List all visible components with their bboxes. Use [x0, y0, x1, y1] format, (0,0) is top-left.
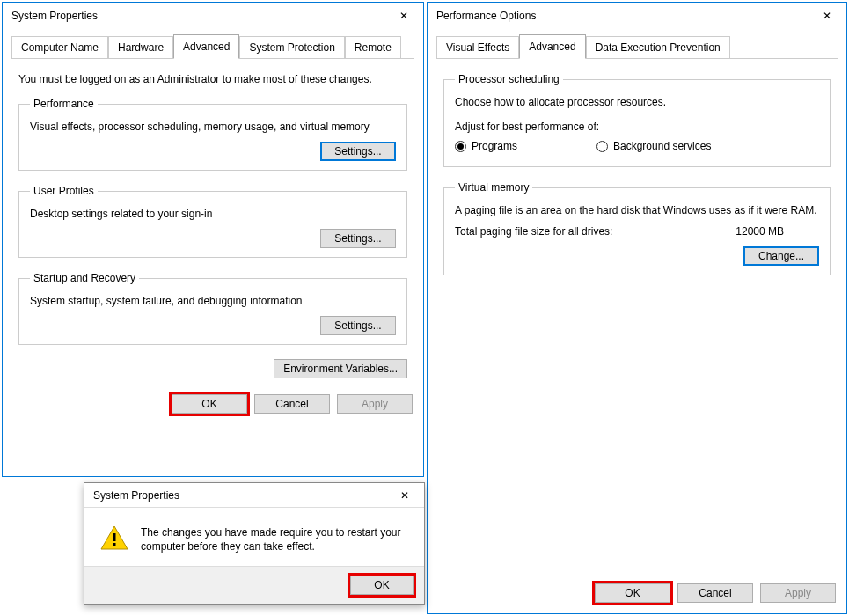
close-icon[interactable] [386, 4, 421, 28]
tab-hardware[interactable]: Hardware [108, 36, 173, 58]
processor-scheduling-desc: Choose how to allocate processor resourc… [455, 96, 819, 108]
user-profiles-legend: User Profiles [30, 185, 98, 197]
tab-perf-advanced[interactable]: Advanced [519, 34, 585, 59]
svg-rect-1 [113, 533, 116, 541]
tab-advanced[interactable]: Advanced [173, 34, 239, 59]
perfopts-footer: OK Cancel Apply [428, 576, 846, 613]
msgbox-title: System Properties [93, 489, 387, 502]
virtual-memory-group: Virtual memory A paging file is an area … [443, 181, 831, 275]
startup-recovery-desc: System startup, system failure, and debu… [30, 295, 396, 307]
processor-scheduling-group: Processor scheduling Choose how to alloc… [443, 73, 831, 167]
sysprops-title: System Properties [11, 10, 386, 22]
radio-programs[interactable]: Programs [455, 140, 517, 152]
user-profiles-settings-button[interactable]: Settings... [320, 229, 396, 248]
msgbox-ok-button[interactable]: OK [350, 576, 414, 595]
perfopts-title: Performance Options [436, 10, 809, 22]
sysprops-apply-button: Apply [337, 394, 413, 414]
radio-icon [455, 141, 466, 152]
startup-recovery-legend: Startup and Recovery [30, 272, 139, 284]
performance-options-window: Performance Options Visual Effects Advan… [427, 2, 847, 614]
startup-settings-button[interactable]: Settings... [320, 316, 396, 335]
radio-programs-label: Programs [472, 140, 517, 152]
radio-icon [596, 141, 608, 152]
warning-icon [100, 525, 128, 550]
performance-group: Performance Visual effects, processor sc… [18, 98, 407, 171]
perfopts-tabs: Visual Effects Advanced Data Execution P… [436, 34, 838, 59]
svg-rect-2 [113, 543, 116, 546]
restart-message-box: System Properties The changes you have m… [84, 482, 425, 605]
msgbox-text: The changes you have made require you to… [141, 525, 405, 554]
sysprops-titlebar: System Properties [3, 3, 423, 29]
user-profiles-desc: Desktop settings related to your sign-in [30, 208, 396, 220]
tab-visual-effects[interactable]: Visual Effects [436, 36, 519, 58]
performance-legend: Performance [30, 98, 98, 110]
processor-scheduling-legend: Processor scheduling [455, 73, 563, 85]
performance-settings-button[interactable]: Settings... [320, 142, 396, 161]
user-profiles-group: User Profiles Desktop settings related t… [18, 185, 407, 258]
sysprops-content: You must be logged on as an Administrato… [3, 59, 423, 387]
virtual-memory-desc: A paging file is an area on the hard dis… [455, 204, 819, 216]
perfopts-content: Processor scheduling Choose how to alloc… [428, 59, 846, 298]
sysprops-tabs: Computer Name Hardware Advanced System P… [11, 34, 414, 59]
environment-variables-button[interactable]: Environment Variables... [274, 359, 407, 378]
system-properties-window: System Properties Computer Name Hardware… [2, 2, 424, 477]
tab-remote[interactable]: Remote [345, 36, 401, 58]
paging-size-value: 12000 MB [736, 225, 784, 238]
tab-computer-name[interactable]: Computer Name [11, 36, 108, 58]
performance-desc: Visual effects, processor scheduling, me… [30, 121, 396, 133]
perfopts-ok-button[interactable]: OK [595, 583, 670, 603]
close-icon[interactable] [387, 483, 422, 508]
paging-size-label: Total paging file size for all drives: [455, 225, 612, 238]
perfopts-titlebar: Performance Options [428, 3, 846, 29]
sysprops-ok-button[interactable]: OK [172, 394, 247, 414]
vmem-change-button[interactable]: Change... [743, 246, 819, 266]
virtual-memory-legend: Virtual memory [455, 181, 532, 194]
sysprops-admin-hint: You must be logged on as an Administrato… [18, 73, 407, 85]
tab-dep[interactable]: Data Execution Prevention [586, 36, 730, 58]
msgbox-titlebar: System Properties [84, 483, 424, 508]
perfopts-apply-button: Apply [760, 583, 836, 603]
tab-system-protection[interactable]: System Protection [239, 36, 344, 58]
sysprops-footer: OK Cancel Apply [3, 387, 423, 424]
sysprops-cancel-button[interactable]: Cancel [254, 394, 330, 414]
close-icon[interactable] [809, 4, 845, 28]
radio-background-label: Background services [613, 140, 711, 152]
perfopts-cancel-button[interactable]: Cancel [677, 583, 753, 603]
adjust-label: Adjust for best performance of: [455, 121, 819, 133]
radio-background[interactable]: Background services [596, 140, 711, 152]
startup-recovery-group: Startup and Recovery System startup, sys… [18, 272, 407, 345]
